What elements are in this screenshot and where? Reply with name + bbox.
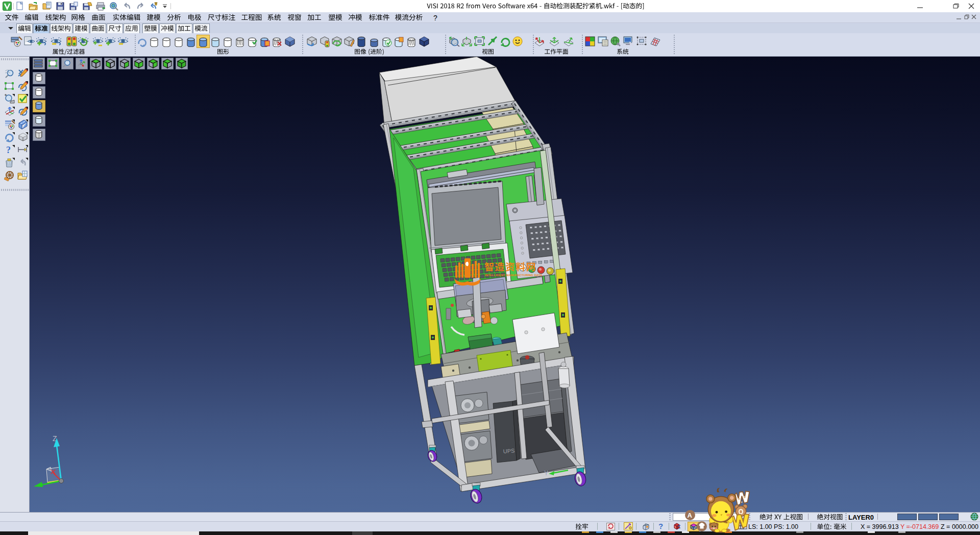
svg-text:UPS: UPS [503, 447, 514, 454]
svg-text:A: A [688, 512, 693, 519]
svg-text:Y: Y [544, 470, 548, 477]
